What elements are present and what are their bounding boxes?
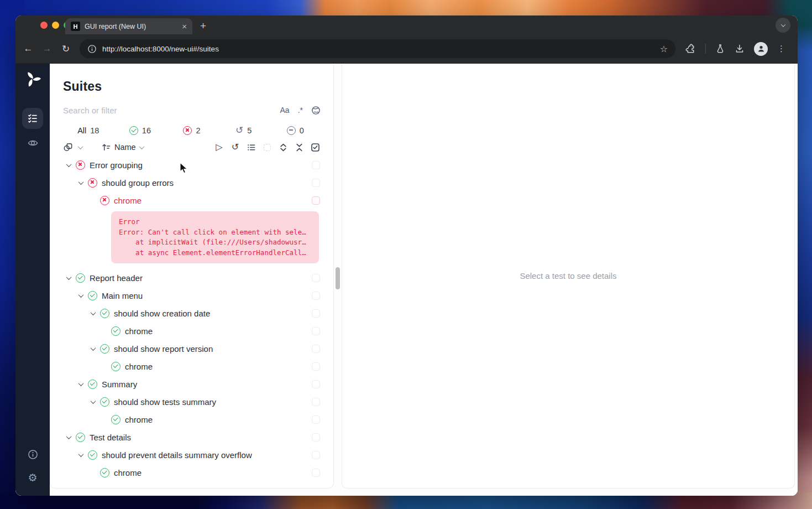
- tree-row[interactable]: chrome: [50, 464, 333, 481]
- sidebar-item-settings[interactable]: ⚙: [22, 468, 43, 487]
- tree-row[interactable]: should prevent details summary overflow: [50, 446, 333, 464]
- row-chevron-icon[interactable]: [90, 398, 96, 404]
- select-all-button[interactable]: [311, 143, 320, 152]
- menu-dots-icon[interactable]: ⋮: [777, 44, 785, 54]
- collapse-all-button[interactable]: [295, 143, 304, 152]
- row-checkbox[interactable]: [312, 451, 320, 459]
- stat-all[interactable]: All 18: [62, 126, 114, 135]
- row-checkbox[interactable]: [312, 196, 320, 205]
- row-checkbox[interactable]: [312, 327, 320, 335]
- row-checkbox[interactable]: [312, 415, 320, 424]
- failed-icon: [76, 160, 85, 170]
- suites-tree: Error grouping should group errors chrom…: [50, 156, 333, 481]
- tree-row[interactable]: should group errors: [50, 174, 333, 191]
- browser-window: H GUI report (New UI) × + ← → ↻ http://l…: [15, 15, 798, 496]
- stat-retried[interactable]: ↺ 5: [218, 126, 270, 135]
- skipped-icon: [287, 126, 296, 135]
- address-bar[interactable]: http://localhost:8000/new-ui#/suites ☆: [80, 39, 675, 58]
- failed-icon: [100, 196, 109, 205]
- tree-row[interactable]: chrome: [50, 411, 333, 428]
- failed-icon: [88, 178, 97, 188]
- row-checkbox[interactable]: [312, 274, 320, 282]
- tree-row[interactable]: Summary: [50, 375, 333, 393]
- tree-row[interactable]: Report header: [50, 269, 333, 287]
- sort-button[interactable]: Name: [102, 143, 144, 152]
- row-chevron-icon[interactable]: [78, 292, 83, 298]
- close-tab-icon[interactable]: ×: [182, 22, 187, 30]
- row-checkbox[interactable]: [312, 179, 320, 187]
- retry-failed-button[interactable]: ↺: [230, 143, 240, 152]
- sidebar-item-visual-checks[interactable]: [22, 132, 43, 153]
- row-chevron-icon[interactable]: [78, 381, 83, 386]
- sort-label: Name: [114, 143, 136, 152]
- tree-row[interactable]: Test details: [50, 428, 333, 446]
- tree-row[interactable]: chrome: [50, 191, 333, 209]
- tree-row[interactable]: Error grouping: [50, 156, 333, 174]
- row-chevron-icon[interactable]: [66, 162, 71, 167]
- globe-icon[interactable]: [311, 106, 321, 115]
- error-line: Error: [119, 217, 311, 227]
- expand-all-button[interactable]: [279, 143, 288, 152]
- tree-row[interactable]: should show tests summary: [50, 393, 333, 411]
- passed-icon: [111, 326, 121, 336]
- stat-failed[interactable]: 2: [166, 126, 218, 135]
- details-empty-text: Select a test to see details: [520, 271, 616, 281]
- row-checkbox[interactable]: [312, 161, 320, 169]
- suites-panel: Suites Aa .* All 18: [50, 64, 334, 489]
- forward-button[interactable]: →: [38, 43, 56, 54]
- scrollbar-thumb[interactable]: [336, 267, 340, 289]
- row-checkbox[interactable]: [312, 309, 320, 318]
- retried-count: 5: [247, 126, 252, 135]
- row-chevron-icon[interactable]: [66, 274, 71, 280]
- minimize-window-button[interactable]: [52, 22, 59, 29]
- back-button[interactable]: ←: [19, 43, 38, 54]
- passed-icon: [100, 309, 109, 318]
- browser-tab[interactable]: H GUI report (New UI) ×: [65, 18, 192, 34]
- reload-button[interactable]: ↻: [56, 43, 75, 55]
- row-chevron-icon[interactable]: [90, 310, 96, 315]
- failed-count: 2: [196, 126, 200, 135]
- profile-avatar[interactable]: [754, 42, 768, 56]
- row-checkbox[interactable]: [312, 469, 320, 477]
- list-view-button[interactable]: [247, 143, 256, 152]
- all-count: 18: [90, 126, 99, 135]
- experiments-flask-icon[interactable]: [715, 44, 725, 54]
- row-chevron-icon[interactable]: [78, 179, 83, 185]
- row-chevron-icon[interactable]: [90, 345, 96, 351]
- passed-count: 16: [142, 126, 151, 135]
- bookmark-star-icon[interactable]: ☆: [660, 44, 668, 54]
- search-input[interactable]: [63, 106, 280, 115]
- row-checkbox[interactable]: [312, 433, 320, 442]
- url-text[interactable]: http://localhost:8000/new-ui#/suites: [102, 45, 660, 53]
- tree-row[interactable]: chrome: [50, 322, 333, 340]
- stat-passed[interactable]: 16: [114, 126, 166, 135]
- match-case-button[interactable]: Aa: [280, 106, 290, 115]
- chevron-down-icon[interactable]: [78, 144, 83, 149]
- row-chevron-icon[interactable]: [78, 451, 83, 457]
- app-sidebar: ⚙: [15, 64, 50, 496]
- close-window-button[interactable]: [40, 22, 48, 29]
- run-button[interactable]: ▷: [214, 143, 224, 152]
- browsers-filter-icon[interactable]: [63, 142, 74, 152]
- downloads-icon[interactable]: [735, 44, 745, 54]
- row-checkbox[interactable]: [312, 362, 320, 371]
- row-checkbox[interactable]: [312, 292, 320, 300]
- row-checkbox[interactable]: [312, 345, 320, 353]
- row-checkbox[interactable]: [312, 398, 320, 406]
- tree-row[interactable]: should show creation date: [50, 304, 333, 322]
- row-chevron-icon[interactable]: [66, 434, 71, 439]
- new-tab-button[interactable]: +: [200, 20, 206, 32]
- row-checkbox[interactable]: [312, 380, 320, 388]
- stat-skipped[interactable]: 0: [269, 126, 321, 135]
- sidebar-item-info[interactable]: [22, 445, 43, 464]
- tab-search-button[interactable]: [776, 18, 790, 33]
- site-info-icon[interactable]: [87, 44, 97, 54]
- extensions-icon[interactable]: [685, 44, 696, 54]
- tree-row[interactable]: chrome: [50, 357, 333, 375]
- tree-row[interactable]: should show report version: [50, 340, 333, 357]
- regex-button[interactable]: .*: [298, 106, 303, 115]
- error-message-box: Error Error: Can't call click on element…: [111, 211, 319, 263]
- tree-row[interactable]: Main menu: [50, 287, 333, 304]
- chevron-down-icon: [780, 22, 785, 27]
- sidebar-item-suites[interactable]: [22, 108, 43, 129]
